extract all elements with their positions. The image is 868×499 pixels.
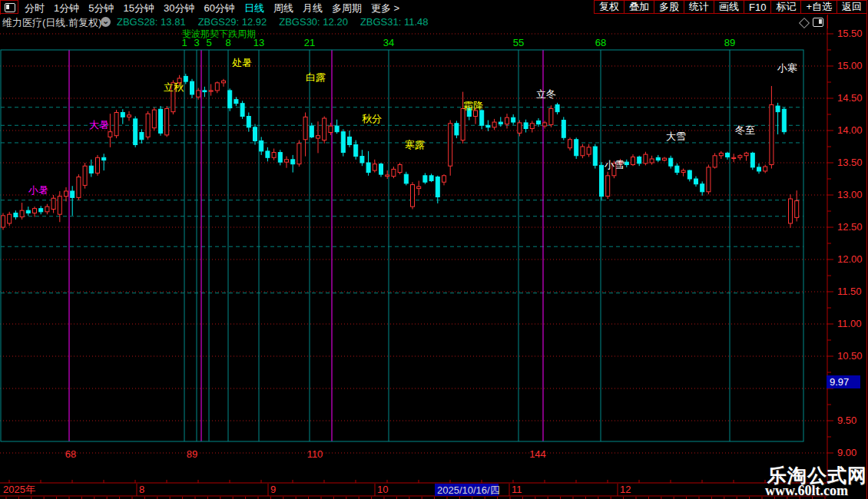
candle-down	[278, 153, 282, 163]
candle-down	[102, 157, 106, 160]
candle-up	[146, 114, 150, 137]
candle-up	[51, 198, 55, 209]
candle-up	[461, 108, 465, 140]
y-axis-label: 14.00	[837, 124, 863, 136]
candle-up	[549, 108, 553, 124]
month-label: 9	[270, 484, 276, 495]
candle-down	[348, 137, 352, 144]
candle-up	[713, 156, 717, 167]
candle-up	[128, 115, 131, 117]
cycle-number: 144	[529, 448, 546, 460]
candle-down	[512, 117, 515, 122]
candle-up	[744, 153, 748, 155]
solar-term-label: 处暑	[232, 57, 252, 68]
candle-down	[575, 140, 578, 156]
candle-up	[738, 156, 742, 158]
candle-down	[404, 174, 408, 183]
solar-term-label: 小寒	[777, 62, 797, 74]
candle-up	[411, 185, 415, 207]
candle-down	[776, 106, 780, 112]
cycle-number: 89	[187, 448, 197, 460]
y-axis-label: 14.50	[837, 92, 863, 104]
candle-down	[757, 167, 761, 171]
candle-up	[114, 112, 118, 135]
y-axis-label: 10.50	[837, 350, 863, 362]
fib-number: 89	[724, 37, 735, 48]
chart-border	[1, 50, 803, 441]
candle-up	[789, 199, 793, 223]
candle-up	[297, 144, 301, 164]
candle-down	[593, 147, 597, 165]
candle-down	[423, 176, 427, 182]
fib-number: 21	[304, 37, 315, 48]
candle-down	[638, 157, 641, 163]
candle-up	[33, 209, 37, 213]
candle-up	[209, 91, 213, 91]
candle-up	[631, 157, 635, 164]
y-axis-label: 9.00	[837, 447, 856, 458]
month-label: 10	[377, 484, 388, 495]
candle-down	[71, 191, 75, 197]
candle-down	[379, 164, 383, 174]
candle-up	[77, 177, 81, 197]
candle-down	[121, 112, 124, 117]
candle-down	[480, 111, 484, 125]
solar-term-label: 秋分	[362, 113, 382, 124]
candle-down	[726, 153, 730, 157]
candle-down	[134, 119, 137, 145]
candle-up	[474, 111, 478, 117]
candle-up	[398, 165, 402, 173]
watermark-site-url: www.60lt.com	[765, 483, 848, 499]
candle-down	[247, 117, 250, 127]
selected-date-value: 2025/10/16/四	[437, 484, 500, 496]
candle-up	[222, 81, 226, 83]
solar-term-label: 立冬	[536, 88, 556, 100]
candle-down	[253, 127, 257, 141]
trading-app-window: 分时1分钟5分钟15分钟30分钟60分钟日线周线月线多周期更多 > 复权叠加多股…	[0, 0, 868, 499]
candle-down	[600, 165, 604, 196]
y-axis-label: 12.00	[837, 253, 863, 265]
candle-down	[366, 163, 370, 173]
y-axis-label: 11.00	[837, 318, 862, 329]
candle-up	[505, 117, 509, 124]
y-axis-label: 12.50	[837, 221, 863, 233]
candle-down	[455, 124, 459, 135]
solar-term-label: 小雪	[604, 159, 624, 170]
candle-down	[360, 157, 364, 163]
candle-up	[795, 201, 799, 218]
candle-down	[140, 133, 144, 140]
candle-down	[14, 213, 18, 217]
candle-down	[228, 91, 232, 108]
candle-down	[266, 151, 270, 157]
candle-up	[732, 157, 736, 158]
candle-up	[449, 124, 452, 166]
candle-up	[316, 136, 320, 138]
candle-down	[562, 121, 565, 138]
candle-down	[429, 176, 433, 181]
candle-up	[606, 176, 610, 197]
solar-term-label: 霜降	[463, 100, 483, 111]
candle-up	[8, 214, 12, 223]
candle-down	[524, 123, 528, 129]
candle-down	[624, 162, 628, 164]
candle-down	[687, 170, 691, 179]
candle-up	[165, 108, 169, 134]
candle-up	[285, 160, 289, 162]
candle-down	[694, 179, 698, 184]
solar-term-label: 寒露	[405, 139, 425, 150]
candle-down	[260, 140, 263, 150]
candlestick-chart[interactable]: 1358132134556889斐波那契下跌周期6889110144小暑大暑立秋…	[0, 0, 868, 499]
y-axis-label: 9.50	[837, 415, 856, 426]
candle-up	[644, 154, 648, 164]
candle-up	[518, 123, 522, 133]
candle-up	[543, 123, 547, 126]
chart-canvas: 1358132134556889斐波那契下跌周期6889110144小暑大暑立秋…	[0, 0, 868, 499]
solar-term-label: 大雪	[666, 131, 686, 142]
candle-down	[184, 76, 187, 81]
candle-up	[417, 187, 421, 189]
candle-up	[20, 210, 24, 216]
candle-down	[537, 121, 541, 124]
candle-down	[89, 166, 93, 173]
candle-down	[669, 158, 673, 166]
candle-up	[323, 118, 326, 140]
